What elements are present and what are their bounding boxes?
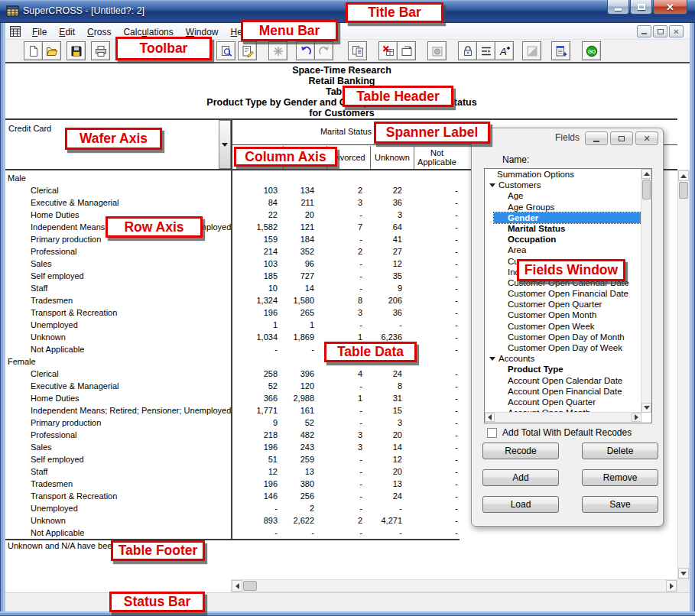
mdi-close-button[interactable]: ✕ bbox=[669, 25, 684, 37]
lock-button[interactable] bbox=[458, 41, 477, 60]
table-row[interactable]: Primary production159184-41- bbox=[5, 233, 458, 245]
table-row[interactable]: Male bbox=[5, 172, 458, 184]
table-row[interactable]: Independent Means; Retired; Pensioner; U… bbox=[5, 404, 458, 417]
table-row[interactable]: Tradesmen1,3241,5808206- bbox=[5, 294, 458, 306]
scroll-left-button[interactable] bbox=[232, 580, 242, 592]
remove-button[interactable]: Remove bbox=[582, 469, 658, 486]
shade-button[interactable] bbox=[522, 41, 541, 60]
open-button[interactable] bbox=[42, 41, 61, 60]
field-item[interactable]: Customer Open Day of Week bbox=[485, 342, 641, 353]
field-item[interactable]: Product Type bbox=[485, 364, 641, 374]
table-row[interactable]: Executive & Managerial52120-8- bbox=[5, 380, 458, 392]
table-row[interactable]: Staff1213-20- bbox=[5, 465, 458, 478]
menu-item-cross[interactable]: Cross bbox=[81, 24, 117, 40]
field-item[interactable]: Area bbox=[485, 245, 641, 255]
menu-item-edit[interactable]: Edit bbox=[53, 24, 81, 40]
table-row[interactable]: Primary production952-3- bbox=[5, 417, 458, 429]
field-item[interactable]: Customer Open Week bbox=[485, 321, 641, 332]
vertical-scroll-thumb[interactable] bbox=[679, 182, 688, 199]
column-header[interactable]: Unknown bbox=[370, 146, 414, 169]
table-row[interactable]: Not Applicable----- bbox=[5, 527, 458, 539]
field-item[interactable]: Customer Open Month bbox=[485, 310, 641, 320]
field-item[interactable]: Customer Open Quarter bbox=[485, 299, 641, 310]
expand-arrow-icon[interactable] bbox=[489, 183, 495, 190]
field-item[interactable]: Age bbox=[485, 190, 641, 201]
edit-properties-button[interactable] bbox=[238, 41, 257, 60]
fields-scroll-up-button[interactable] bbox=[641, 169, 651, 179]
vertical-scrollbar[interactable] bbox=[677, 170, 690, 579]
scroll-up-button[interactable] bbox=[678, 170, 689, 181]
fields-list-vscrollbar[interactable] bbox=[641, 169, 651, 413]
expand-arrow-icon[interactable] bbox=[489, 357, 495, 364]
load-button[interactable]: Load bbox=[482, 496, 559, 513]
table-row[interactable]: Independent Means; Retired; Pensioner; U… bbox=[5, 221, 458, 233]
table-row[interactable]: Professional218482320- bbox=[5, 429, 458, 441]
table-row[interactable]: Tradesmen196380-13- bbox=[5, 478, 458, 490]
redo-button[interactable] bbox=[314, 41, 333, 60]
table-row[interactable]: Clerical258396424- bbox=[5, 368, 458, 380]
table-row[interactable]: Clerical103134222- bbox=[5, 184, 458, 196]
field-item[interactable]: Customer Open Day of Month bbox=[485, 332, 641, 342]
field-item[interactable]: Account Open Financial Date bbox=[485, 386, 641, 397]
field-options-button[interactable] bbox=[476, 41, 495, 60]
horizontal-scrollbar[interactable] bbox=[231, 579, 677, 592]
undo-button[interactable] bbox=[296, 41, 315, 60]
table-row[interactable]: Staff1014-9- bbox=[5, 282, 458, 294]
table-row[interactable]: Home Duties2220-3- bbox=[5, 209, 458, 221]
print-preview-button[interactable] bbox=[216, 41, 235, 60]
save-button[interactable]: Save bbox=[582, 496, 658, 513]
field-item[interactable]: Customer Open Financial Date bbox=[485, 288, 641, 299]
copy-button[interactable] bbox=[348, 41, 367, 60]
mdi-minimize-button[interactable] bbox=[637, 25, 651, 37]
menu-item-file[interactable]: File bbox=[26, 24, 53, 40]
fields-restore-button[interactable] bbox=[610, 131, 633, 145]
fields-scroll-right-button[interactable] bbox=[632, 413, 641, 422]
wafer-dropdown-button[interactable] bbox=[219, 120, 231, 169]
document-icon[interactable] bbox=[9, 25, 21, 37]
field-item[interactable]: Account Open Quarter bbox=[485, 397, 641, 407]
hide-button[interactable] bbox=[427, 41, 447, 60]
fields-close-button[interactable]: ✕ bbox=[635, 131, 658, 145]
table-row[interactable]: Self employed51259-12- bbox=[5, 453, 458, 465]
maximize-button[interactable] bbox=[630, 0, 652, 15]
field-item[interactable]: Occupation bbox=[485, 234, 641, 245]
table-row[interactable]: Sales196243314- bbox=[5, 441, 458, 453]
column-header[interactable]: Not Applicable bbox=[414, 146, 460, 169]
table-row[interactable]: Home Duties3662,988131- bbox=[5, 392, 458, 404]
minimize-button[interactable] bbox=[607, 0, 629, 15]
go-button[interactable]: GO bbox=[582, 41, 601, 60]
fields-list[interactable]: Summation OptionsCustomersAgeAge GroupsG… bbox=[484, 168, 652, 423]
mdi-restore-button[interactable] bbox=[653, 25, 667, 37]
close-button[interactable]: ✕ bbox=[653, 0, 687, 15]
table-row[interactable]: Unemployed-2--- bbox=[5, 502, 458, 514]
recode-button[interactable]: Recode bbox=[482, 443, 559, 459]
save-button[interactable] bbox=[67, 41, 86, 60]
delete-derivation-button[interactable] bbox=[378, 41, 398, 60]
table-row[interactable]: Self employed185727-35- bbox=[5, 270, 458, 282]
table-row[interactable]: Professional214352227- bbox=[5, 245, 458, 258]
table-row[interactable]: Transport & Recreation146256-24- bbox=[5, 490, 458, 502]
table-row[interactable]: Transport & Recreation196265336- bbox=[5, 306, 458, 319]
field-item[interactable]: Customers bbox=[485, 180, 641, 190]
add-button[interactable]: Add bbox=[482, 469, 559, 486]
wafer-axis-label[interactable]: Credit Card bbox=[8, 124, 51, 133]
table-row[interactable]: Unknown8932,62224,271- bbox=[5, 514, 458, 527]
delete-button[interactable]: Delete bbox=[582, 443, 658, 459]
table-row[interactable]: Unemployed11--- bbox=[5, 319, 458, 331]
add-total-checkbox[interactable] bbox=[487, 428, 497, 438]
field-item[interactable]: Marital Status bbox=[485, 223, 641, 234]
add-table-button[interactable] bbox=[551, 41, 570, 60]
scroll-right-button[interactable] bbox=[666, 580, 677, 592]
table-row[interactable]: Executive & Managerial84211336- bbox=[5, 196, 458, 209]
explode-button[interactable] bbox=[268, 41, 287, 60]
fields-window[interactable]: Fields ✕ Name: Summation OptionsCustomer… bbox=[471, 128, 664, 527]
font-size-button[interactable]: A bbox=[495, 41, 514, 60]
field-item[interactable]: Gender bbox=[494, 212, 641, 223]
fields-list-hscrollbar[interactable] bbox=[485, 412, 641, 423]
fields-scroll-thumb[interactable] bbox=[642, 180, 651, 199]
fields-scroll-left-button[interactable] bbox=[485, 413, 495, 422]
print-button[interactable] bbox=[91, 41, 110, 60]
field-item[interactable]: Summation Options bbox=[485, 169, 641, 180]
table-row[interactable]: Sales10396-12- bbox=[5, 258, 458, 270]
field-item[interactable]: Accounts bbox=[485, 353, 641, 364]
